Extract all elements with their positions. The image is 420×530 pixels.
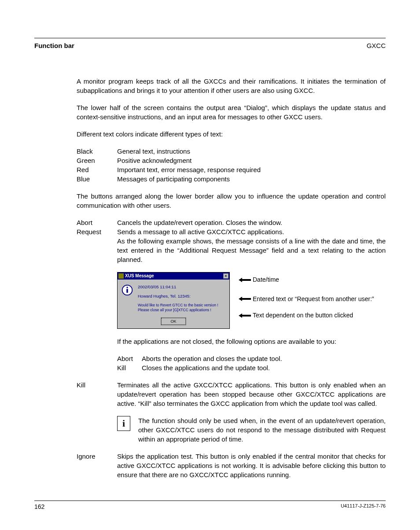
- color-label: Green: [77, 156, 117, 165]
- suboption-desc: Aborts the operation and closes the upda…: [142, 354, 282, 363]
- dialog-datetime: 2002/03/05 11:04:11: [138, 284, 226, 290]
- color-label: Blue: [77, 174, 117, 184]
- svg-point-1: [126, 287, 128, 288]
- color-desc: Messages of participating components: [117, 174, 230, 184]
- button-desc: Skips the application test. This button …: [117, 452, 386, 479]
- svg-rect-2: [126, 289, 128, 293]
- color-desc: General text, instructions: [117, 147, 190, 156]
- suboption-label: Kill: [117, 363, 142, 372]
- arrow-left-icon: [239, 278, 251, 282]
- color-label: Red: [77, 165, 117, 174]
- paragraph: Different text colors indicate different…: [77, 129, 386, 139]
- info-note-box: i The function should only be used when,…: [117, 416, 386, 444]
- suboption-label: Abort: [117, 354, 142, 363]
- dialog-action-text: Please close all your [G]XTCC applicatio…: [138, 308, 226, 313]
- button-desc-continued: As the following example shows, the mess…: [117, 236, 386, 264]
- button-name-ignore: Ignore: [77, 452, 117, 479]
- color-desc: Important text, error message, response …: [117, 165, 261, 174]
- annotation-datetime: Date/time: [253, 276, 279, 284]
- xus-message-dialog: XUS Message × 2002/03/05 11:04:11 Howard…: [117, 272, 230, 329]
- paragraph: The buttons arranged along the lower bor…: [77, 191, 386, 210]
- ok-button[interactable]: OK: [161, 318, 185, 325]
- arrow-left-icon: [239, 297, 251, 301]
- button-desc: Terminates all the active GXCC/XTCC appl…: [117, 380, 386, 408]
- dialog-action-text: Would like to Revert GTCC to the basic v…: [138, 303, 226, 308]
- dialog-entered-text: Howard Hughes, Tel. 12345:: [138, 293, 226, 299]
- paragraph: The lower half of the screen contains th…: [77, 103, 386, 121]
- info-note-text: The function should only be used when, i…: [138, 416, 386, 444]
- paragraph: If the applications are not closed, the …: [117, 337, 386, 346]
- info-icon: [121, 284, 133, 296]
- button-name-request: Request: [77, 227, 117, 236]
- paragraph: A monitor program keeps track of all the…: [77, 77, 386, 95]
- button-name-abort: Abort: [77, 218, 117, 227]
- dialog-title: XUS Message: [125, 273, 154, 279]
- annotation-action: Text dependent on the button clicked: [253, 311, 353, 320]
- header-section: Function bar: [34, 41, 74, 50]
- header-product: GXCC: [367, 41, 386, 50]
- page-number: 162: [34, 503, 44, 512]
- annotation-entered: Entered text or “Request from another us…: [253, 295, 374, 304]
- info-icon: i: [117, 416, 130, 431]
- close-icon[interactable]: ×: [223, 273, 228, 279]
- suboption-desc: Closes the applications and the update t…: [142, 363, 270, 372]
- color-label: Black: [77, 147, 117, 156]
- button-desc: Sends a message to all active GXCC/XTCC …: [117, 227, 386, 236]
- arrow-left-icon: [239, 313, 251, 318]
- button-desc: Cancels the update/revert operation. Clo…: [117, 218, 386, 227]
- button-name-kill: Kill: [77, 380, 117, 408]
- document-id: U41117-J-Z125-7-76: [341, 503, 386, 512]
- dialog-app-icon: [118, 273, 124, 279]
- color-legend-table: Black General text, instructions Green P…: [77, 147, 386, 184]
- color-desc: Positive acknowledgment: [117, 156, 192, 165]
